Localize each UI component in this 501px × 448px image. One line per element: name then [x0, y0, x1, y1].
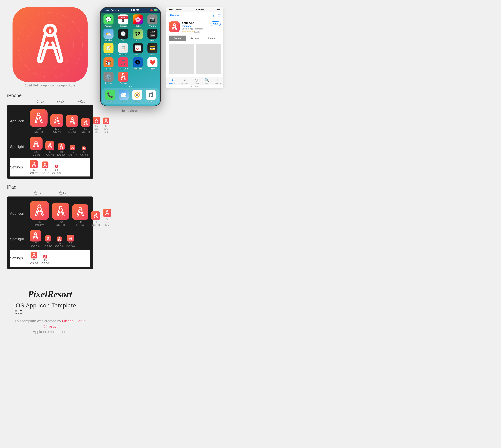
- ios-app-appstore[interactable]: 🅐 App Store: [131, 57, 144, 70]
- clock-icon: 🕐: [118, 29, 128, 39]
- get-button[interactable]: GET: [211, 21, 221, 26]
- ios-app-reminders[interactable]: 📋 Reminders: [117, 43, 130, 56]
- appstore-battery: [217, 9, 221, 11]
- ipad-header: @2x @1x: [7, 191, 93, 196]
- status-right: 🔴: [150, 9, 157, 11]
- ipad-spotlight-icons: 100iOS 7/8 50iOS 7/8 40iOS: [30, 230, 90, 248]
- app-meta: Your App company › Offers In-App Purchas…: [182, 21, 208, 33]
- spotlight-size-120: 120iOS 7/8: [32, 150, 40, 157]
- explore-label: Explore: [194, 82, 199, 84]
- health-label: Health: [150, 68, 155, 70]
- svg-point-19: [95, 213, 96, 214]
- dock-music[interactable]: 🎵 Music: [146, 90, 156, 102]
- ipad-icon-grid: App Icon 167iPad Pro 152iOS: [7, 196, 93, 269]
- dock-phone[interactable]: 📞 Phone: [105, 90, 115, 102]
- iphone-spotlight-icons: 120iOS 7/8 80iOS 7/8 58iOS: [30, 137, 90, 157]
- list-button[interactable]: ☰: [218, 13, 221, 17]
- ios-app-clock[interactable]: 🕐 Clock: [117, 29, 130, 41]
- tab-reviews[interactable]: Reviews: [186, 35, 204, 41]
- ios-app-yourapp[interactable]: Your App: [117, 72, 130, 84]
- ios-app-notes[interactable]: 📝 Notes: [102, 43, 115, 56]
- ipad-appicon-label: App Icon: [10, 211, 30, 216]
- ios-app-ibooks[interactable]: 📚 iBooks: [102, 57, 115, 70]
- ios-app-camera[interactable]: 📷 Camera: [146, 15, 159, 27]
- app-name: Your App: [182, 21, 208, 25]
- svg-point-14: [45, 163, 46, 164]
- app-tabs-bar: Details Reviews Related: [169, 35, 221, 41]
- ipad-title: iPad: [7, 184, 93, 190]
- star-1: ★: [182, 31, 184, 33]
- phone-icon: 📞: [105, 90, 115, 100]
- ios-app-photos[interactable]: 🌸 Photos: [131, 15, 144, 27]
- svg-rect-1: [49, 30, 51, 33]
- icon-item: 80iOS 7/8: [81, 118, 90, 133]
- tabbar-featured[interactable]: ★ Featured: [169, 78, 176, 84]
- ios-app-messages[interactable]: 💬 Messages: [102, 15, 115, 27]
- svg-point-27: [122, 73, 124, 75]
- svg-point-22: [48, 237, 49, 238]
- ipad-appicon-row: App Icon 167iPad Pro 152iOS: [10, 199, 90, 228]
- branding-section: PixelResort iOS App Icon Template 5.0 Th…: [7, 282, 93, 341]
- ios-app-wallet[interactable]: 💳 Wallet: [146, 43, 159, 56]
- safari-icon: 🧭: [132, 90, 142, 100]
- ios-app-itunes[interactable]: 🎵 iTunes Store: [117, 57, 130, 70]
- iphone-col-1x: @1x: [71, 99, 91, 103]
- ipad-spotlight-label: Spotlight: [10, 237, 30, 241]
- tab-details[interactable]: Details: [169, 35, 186, 41]
- mail-icon: ✉️: [119, 90, 129, 100]
- icon-item: 144iOS 5/6: [72, 204, 88, 226]
- compass-svg-main: [30, 20, 71, 70]
- icon-size-57: 57iOS 5/6: [103, 124, 109, 133]
- ios-app-maps[interactable]: 🗺 Maps: [131, 29, 144, 41]
- status-time-iphone: 4:44 PM: [131, 9, 139, 11]
- ios-icon-grid[interactable]: 💬 Messages MON 8 Calendar: [102, 15, 159, 84]
- ios-app-health[interactable]: ❤️ Health: [146, 57, 159, 70]
- weather-label: Weather: [105, 39, 112, 41]
- ios-app-settings[interactable]: ⚙️ Settings: [102, 72, 115, 84]
- icon-item: 60iOS 7/8: [93, 117, 100, 133]
- svg-point-20: [106, 210, 108, 212]
- iphone-spotlight-label: Spotlight: [10, 145, 30, 149]
- left-column: 1024 Retina App Icon for App Store iPhon…: [7, 7, 93, 341]
- music-label: Music: [148, 100, 153, 102]
- homescreen-label: Home Screen: [121, 109, 140, 113]
- icon-size-114: 114iOS 5/6: [68, 127, 77, 133]
- right-panels: ●●●●● Flarup ▲ 4:44 PM 🔴: [100, 7, 223, 113]
- ios-app-weather[interactable]: ⛅ Weather: [102, 29, 115, 41]
- tabbar-search[interactable]: 🔍 Search: [204, 78, 209, 84]
- iphone-settings-icons: 67iOS 7/8 58iOS 6-9 29iOS: [30, 160, 90, 175]
- tabbar-explore[interactable]: ◎ Explore: [194, 78, 199, 84]
- wallet-icon: 💳: [148, 43, 157, 53]
- ios-app-calendar[interactable]: MON 8 Calendar: [117, 15, 130, 27]
- topcharts-icon: ≡: [184, 78, 186, 82]
- icon-item: 114iOS 5/6: [66, 115, 78, 133]
- spotlight-80: [45, 141, 54, 150]
- svg-point-28: [173, 23, 175, 25]
- dock-safari[interactable]: 🧭 Safari: [132, 90, 142, 102]
- ios-app-videos[interactable]: 🎬 Videos: [146, 29, 159, 41]
- page-layout: 1024 Retina App Icon for App Store iPhon…: [0, 0, 501, 349]
- star-4: ★: [189, 31, 191, 33]
- icon-item: 58iOS 5/6: [66, 235, 75, 248]
- phone-label: Phone: [108, 100, 113, 102]
- status-left: ●●●●● Flarup ▲: [103, 9, 119, 11]
- photos-icon: 🌸: [133, 15, 143, 24]
- videos-label: Videos: [150, 39, 155, 41]
- tabbar-topcharts[interactable]: ≡ Top Charts: [181, 78, 189, 84]
- ipad-settings-29: [43, 255, 47, 258]
- health-icon: ❤️: [148, 57, 157, 67]
- safari-label: Safari: [135, 100, 140, 102]
- ios-app-stocks[interactable]: 📈 Stocks: [131, 43, 144, 56]
- ipad-icon-76: [91, 211, 100, 220]
- svg-point-8: [35, 140, 37, 142]
- dock-mail[interactable]: ✉️ Mail: [119, 90, 129, 102]
- back-button[interactable]: ‹ Featured: [169, 14, 180, 17]
- appstore-label: App Store: [134, 68, 142, 70]
- iphone-title: iPhone: [7, 93, 93, 98]
- ipad-spotlight-size-50: 50iOS 7/8: [44, 242, 52, 248]
- tab-related[interactable]: Related: [203, 35, 221, 41]
- appstore-time: 4:44 PM: [196, 8, 204, 11]
- tabbar-updates[interactable]: ↓ Updates: [215, 78, 221, 84]
- share-button[interactable]: ↑: [213, 14, 214, 17]
- icon-item: 29iOS 5-9: [41, 255, 49, 265]
